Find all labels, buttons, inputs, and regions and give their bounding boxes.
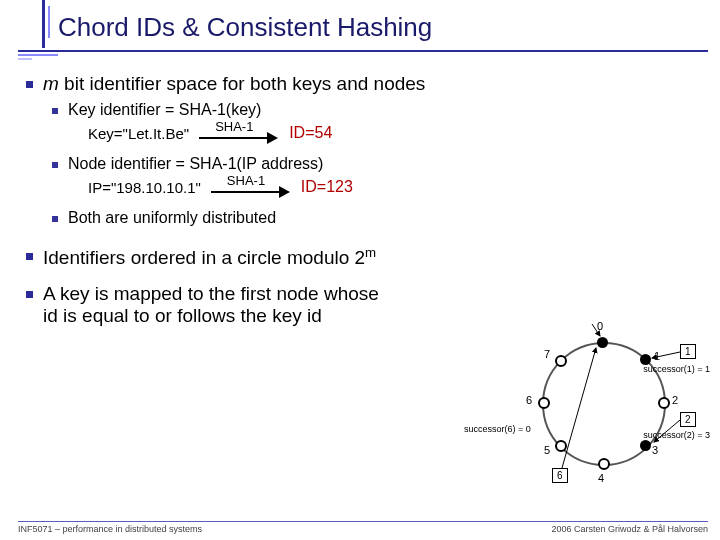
slide-title: Chord IDs & Consistent Hashing — [58, 12, 432, 42]
slide: Chord IDs & Consistent Hashing m bit ide… — [0, 0, 720, 540]
arrow-icon: SHA-1 — [211, 177, 291, 197]
title-underline — [0, 50, 720, 68]
svg-line-1 — [654, 420, 680, 442]
bullet-level1: m bit identifier space for both keys and… — [26, 73, 700, 95]
diagram-arrows-icon — [492, 312, 702, 502]
ex1-right: ID=54 — [289, 124, 332, 142]
example-ip: IP="198.10.10.1" SHA-1 ID=123 — [88, 177, 700, 197]
b3-text: A key is mapped to the first node whose … — [43, 283, 386, 327]
ex1-left: Key="Let.It.Be" — [88, 125, 189, 142]
bullet-level1: A key is mapped to the first node whose … — [26, 283, 386, 327]
b1a-text: Key identifier = SHA-1(key) — [68, 101, 261, 119]
footer: INF5071 – performance in distributed sys… — [18, 521, 708, 534]
chord-ring-diagram: 0 1 2 3 4 5 6 7 1 2 6 successor(1) = 1 s… — [492, 312, 702, 502]
b2-sup: m — [365, 245, 376, 260]
bullet-icon — [26, 253, 33, 260]
b2-text: Identifiers ordered in a circle modulo 2 — [43, 247, 365, 268]
bullet-icon — [52, 216, 58, 222]
b1-text: bit identifier space for both keys and n… — [59, 73, 426, 94]
b1b-text: Node identifier = SHA-1(IP address) — [68, 155, 323, 173]
footer-right: 2006 Carsten Griwodz & Pål Halvorsen — [551, 524, 708, 534]
title-bar: Chord IDs & Consistent Hashing — [0, 0, 720, 45]
svg-line-0 — [652, 352, 680, 358]
bullet-level2: Both are uniformly distributed — [52, 209, 700, 227]
ex2-right: ID=123 — [301, 178, 353, 196]
arrow-icon: SHA-1 — [199, 123, 279, 143]
bullet-level1: Identifiers ordered in a circle modulo 2… — [26, 245, 700, 269]
m-var: m — [43, 73, 59, 94]
bullet-icon — [52, 162, 58, 168]
bullet-icon — [26, 81, 33, 88]
bullet-level2: Key identifier = SHA-1(key) — [52, 101, 700, 119]
bullet-icon — [26, 291, 33, 298]
example-key: Key="Let.It.Be" SHA-1 ID=54 — [88, 123, 700, 143]
bullet-level2: Node identifier = SHA-1(IP address) — [52, 155, 700, 173]
b1c-text: Both are uniformly distributed — [68, 209, 276, 227]
bullet-icon — [52, 108, 58, 114]
svg-line-3 — [592, 324, 600, 336]
ex2-left: IP="198.10.10.1" — [88, 179, 201, 196]
slide-body: m bit identifier space for both keys and… — [0, 45, 720, 327]
svg-line-2 — [562, 348, 596, 468]
footer-left: INF5071 – performance in distributed sys… — [18, 524, 202, 534]
ex2-arrow-label: SHA-1 — [227, 173, 265, 188]
ex1-arrow-label: SHA-1 — [215, 119, 253, 134]
